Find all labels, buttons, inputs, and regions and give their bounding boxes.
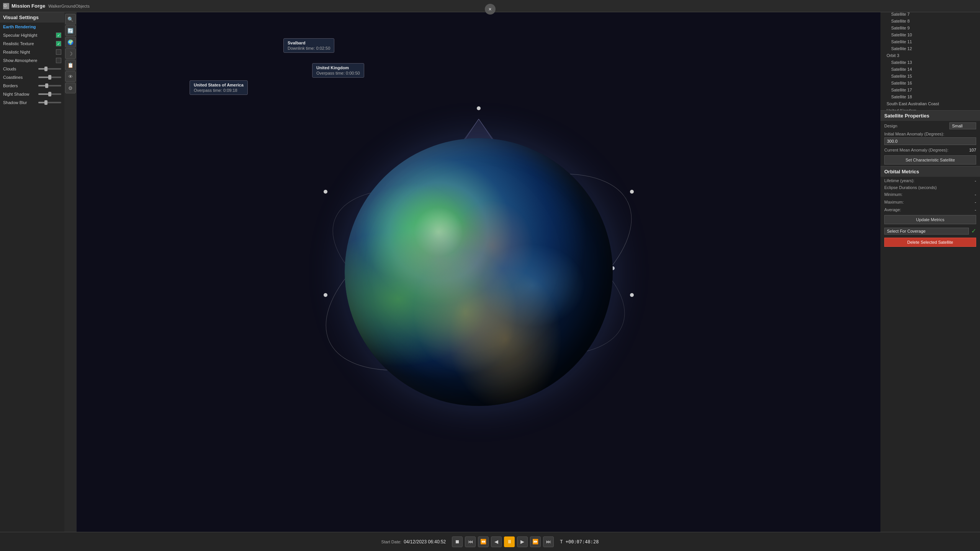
pause-btn[interactable]: ⏸ bbox=[504, 536, 515, 547]
setting-checkbox[interactable]: ✓ bbox=[56, 33, 61, 38]
hierarchy-item-4[interactable]: Satellite 11 bbox=[880, 38, 980, 45]
stop-btn[interactable]: ⏹ bbox=[452, 536, 463, 547]
hierarchy-item-11[interactable]: Satellite 17 bbox=[880, 86, 980, 93]
toolbar-btn-2[interactable]: 🌍 bbox=[65, 37, 76, 47]
minimum-value: - bbox=[975, 192, 976, 197]
main-viewport: Svalbard Downlink time: 0:02:50 United K… bbox=[77, 12, 880, 532]
hierarchy-item-3[interactable]: Satellite 10 bbox=[880, 31, 980, 38]
setting-slider[interactable] bbox=[38, 93, 61, 95]
initial-anomaly-input[interactable] bbox=[884, 137, 976, 145]
average-label: Average: bbox=[884, 207, 972, 212]
hierarchy-item-7[interactable]: Satellite 13 bbox=[880, 59, 980, 66]
setting-row-realistic-night: Realistic Night bbox=[0, 48, 64, 56]
setting-label: Borders bbox=[3, 83, 38, 88]
hierarchy-item-12[interactable]: Satellite 18 bbox=[880, 93, 980, 100]
setting-slider[interactable] bbox=[38, 77, 61, 78]
maximum-label: Maximum: bbox=[884, 200, 972, 204]
setting-label: Realistic Texture bbox=[3, 41, 56, 46]
tooltip-svalbard: Svalbard Downlink time: 0:02:50 bbox=[283, 38, 334, 53]
coverage-dropdown[interactable]: Select For Coverage bbox=[884, 228, 969, 235]
tooltip-uk-info: Overpass time: 0:00:50 bbox=[316, 71, 360, 75]
rewind-fast-btn[interactable]: ⏮ bbox=[465, 536, 476, 547]
left-toolbar: 🔍🔄🌍☽📋👁⚙ bbox=[64, 12, 77, 532]
earth-overlay bbox=[345, 138, 613, 406]
fast-forward-btn[interactable]: ⏭ bbox=[543, 536, 554, 547]
start-date-label: Start Date: bbox=[381, 540, 402, 544]
setting-row-night-shadow: Night Shadow bbox=[0, 90, 64, 98]
app-subtitle: WalkerGroundObjects bbox=[48, 4, 90, 8]
lifetime-value: - bbox=[975, 178, 976, 183]
setting-row-realistic-texture: Realistic Texture✓ bbox=[0, 39, 64, 48]
svg-point-8 bbox=[630, 293, 634, 297]
setting-checkbox[interactable]: ✓ bbox=[56, 41, 61, 46]
coverage-check-icon: ✓ bbox=[971, 227, 976, 235]
hierarchy-item-9[interactable]: Satellite 15 bbox=[880, 73, 980, 80]
toolbar-btn-3[interactable]: ☽ bbox=[65, 48, 76, 59]
toolbar-btn-6[interactable]: ⚙ bbox=[65, 83, 76, 93]
setting-label: Night Shadow bbox=[3, 92, 38, 96]
start-date-value: 04/12/2023 06:40:52 bbox=[404, 539, 446, 544]
update-metrics-btn[interactable]: Update Metrics bbox=[884, 215, 976, 224]
satellite-properties-header: Satellite Properties bbox=[880, 110, 980, 121]
earth-rendering-header: Earth Rendering bbox=[0, 23, 64, 31]
setting-row-specular-highlight: Specular Highlight✓ bbox=[0, 31, 64, 39]
earth-sphere bbox=[345, 138, 613, 406]
right-panel: Scene Hierarchy Satellite 7Satellite 8Sa… bbox=[880, 0, 980, 551]
setting-slider[interactable] bbox=[38, 68, 61, 70]
svg-point-6 bbox=[630, 190, 634, 194]
earth-container bbox=[345, 138, 613, 406]
visual-settings-header: Visual Settings bbox=[0, 12, 64, 23]
maximum-value: - bbox=[975, 200, 976, 204]
set-characteristic-btn[interactable]: Set Characteristic Satellite bbox=[884, 155, 976, 165]
hierarchy-item-13[interactable]: South East Australian Coast bbox=[880, 100, 980, 107]
bottom-bar: Start Date: 04/12/2023 06:40:52 ⏹ ⏮ ⏪ ◀ … bbox=[0, 532, 980, 551]
initial-anomaly-label: Initial Mean Anomaly (Degrees): bbox=[884, 132, 976, 136]
setting-label: Realistic Night bbox=[3, 50, 56, 54]
hierarchy-item-8[interactable]: Satellite 14 bbox=[880, 66, 980, 73]
toolbar-btn-0[interactable]: 🔍 bbox=[65, 14, 76, 24]
left-panel: Visual Settings Earth Rendering Specular… bbox=[0, 12, 64, 532]
toolbar-btn-1[interactable]: 🔄 bbox=[65, 25, 76, 36]
tooltip-uk: United Kingdom Overpass time: 0:00:50 bbox=[312, 63, 364, 78]
toolbar-btn-4[interactable]: 📋 bbox=[65, 60, 76, 70]
setting-slider[interactable] bbox=[38, 102, 61, 103]
hierarchy-item-5[interactable]: Satellite 12 bbox=[880, 45, 980, 52]
minimum-row: Minimum: - bbox=[880, 191, 980, 198]
setting-row-borders: Borders bbox=[0, 82, 64, 90]
svg-point-7 bbox=[324, 293, 327, 297]
play-btn[interactable]: ▶ bbox=[517, 536, 528, 547]
delete-satellite-btn[interactable]: Delete Selected Satellite bbox=[884, 238, 976, 247]
svg-point-5 bbox=[324, 190, 327, 194]
design-row: Design Small Medium Large bbox=[880, 121, 980, 131]
setting-row-coastlines: Coastlines bbox=[0, 73, 64, 82]
app-icon: ⚙ bbox=[3, 3, 9, 9]
close-button[interactable]: × bbox=[485, 4, 496, 15]
step-back-btn[interactable]: ◀ bbox=[491, 536, 502, 547]
setting-label: Coastlines bbox=[3, 75, 38, 80]
minimum-label: Minimum: bbox=[884, 192, 972, 197]
setting-checkbox[interactable] bbox=[56, 49, 61, 55]
step-forward-btn[interactable]: ⏩ bbox=[530, 536, 541, 547]
tooltip-usa-info: Overpass time: 0:09:18 bbox=[194, 88, 244, 93]
lifetime-row: Lifetime (years): - bbox=[880, 177, 980, 184]
setting-checkbox[interactable] bbox=[56, 58, 61, 63]
rewind-btn[interactable]: ⏪ bbox=[478, 536, 489, 547]
tooltip-uk-title: United Kingdom bbox=[316, 65, 360, 70]
setting-slider[interactable] bbox=[38, 85, 61, 86]
eclipse-label: Eclipse Durations (seconds) bbox=[884, 185, 976, 190]
setting-row-show-atmosphere: Show Atmosphere bbox=[0, 56, 64, 65]
setting-row-clouds: Clouds bbox=[0, 65, 64, 73]
hierarchy-item-6[interactable]: Orbit 3 bbox=[880, 52, 980, 59]
hierarchy-item-2[interactable]: Satellite 9 bbox=[880, 24, 980, 31]
toolbar-btn-5[interactable]: 👁 bbox=[65, 71, 76, 82]
settings-list: Specular Highlight✓Realistic Texture✓Rea… bbox=[0, 31, 64, 107]
hierarchy-item-10[interactable]: Satellite 16 bbox=[880, 80, 980, 86]
svg-point-4 bbox=[477, 106, 481, 110]
average-value: - bbox=[975, 207, 976, 212]
design-dropdown[interactable]: Small Medium Large bbox=[949, 122, 976, 129]
app-title: Mission Forge bbox=[11, 3, 45, 9]
hierarchy-item-14[interactable]: United Kingdom bbox=[880, 107, 980, 110]
elapsed-time: T +00:07:48:28 bbox=[560, 539, 599, 544]
hierarchy-item-1[interactable]: Satellite 8 bbox=[880, 18, 980, 24]
setting-label: Shadow Blur bbox=[3, 100, 38, 105]
